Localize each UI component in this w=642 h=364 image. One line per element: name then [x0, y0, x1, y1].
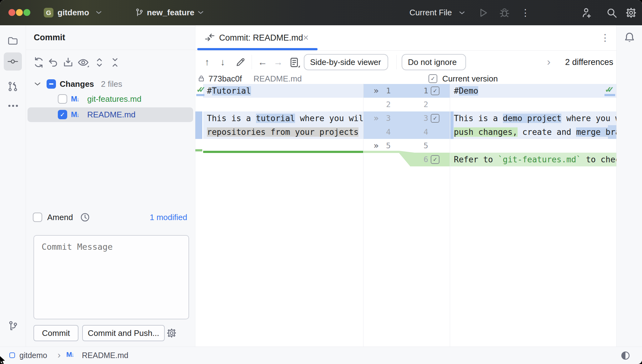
- include-change-checkbox[interactable]: ✓: [431, 86, 439, 95]
- go-forward-arrow-icon[interactable]: →: [273, 51, 283, 74]
- right-tool-strip: [616, 25, 642, 347]
- run-icon[interactable]: [478, 7, 489, 18]
- revision-hash[interactable]: 773bac0f: [208, 74, 242, 84]
- notifications-bell-icon[interactable]: [623, 32, 636, 44]
- markdown-file-icon: M↓: [71, 109, 80, 121]
- left-insertion-line: [203, 151, 363, 153]
- diff-tab-icon: [204, 32, 215, 44]
- status-bar: gitdemo › M↓ README.md: [0, 347, 642, 364]
- next-difference-icon[interactable]: ↓: [220, 51, 225, 74]
- rollback-icon[interactable]: [47, 57, 59, 68]
- commit-options-gear-icon[interactable]: [166, 327, 177, 339]
- ide-window: G gitdemo new_feature Current File ⋮ Com…: [0, 0, 642, 364]
- git-tool-icon[interactable]: [7, 320, 19, 332]
- include-change-checkbox[interactable]: ✓: [431, 114, 439, 123]
- previous-difference-icon[interactable]: ↑: [205, 51, 209, 74]
- minimize-window-button[interactable]: [16, 9, 23, 16]
- amend-checkbox[interactable]: [33, 213, 42, 222]
- tab-commit-readme[interactable]: Commit: README.md: [219, 25, 303, 50]
- differences-chevron-icon[interactable]: ›: [547, 51, 550, 74]
- collapse-all-icon[interactable]: [109, 57, 121, 68]
- commit-tool-icon[interactable]: [7, 56, 18, 67]
- right-code-line-3[interactable]: This is a demo project where you w: [454, 111, 616, 125]
- file-item-git-features[interactable]: git-features.md: [87, 92, 141, 106]
- include-change-checkbox[interactable]: ✓: [431, 155, 439, 164]
- more-tool-windows-icon[interactable]: [6, 100, 21, 111]
- check-mark: ✓: [433, 156, 437, 163]
- right-change-marker-blue: [604, 94, 615, 96]
- current-version-checkbox[interactable]: ✓: [429, 74, 437, 83]
- left-line-number: 3: [377, 111, 391, 125]
- right-line-number: 1: [414, 84, 428, 98]
- right-code-line-6[interactable]: Refer to `git-features.md` to check: [454, 153, 616, 166]
- close-window-button[interactable]: [8, 9, 15, 16]
- chevron-down-icon[interactable]: [198, 10, 204, 15]
- project-selector[interactable]: gitdemo: [58, 0, 89, 25]
- left-gutter-insert-strip: [195, 149, 202, 151]
- chevron-down-icon[interactable]: [459, 11, 465, 15]
- left-code-line-4[interactable]: repositories from your projects: [207, 125, 359, 139]
- indeterminate-mark: [49, 83, 53, 85]
- editor-tab-bar: Commit: README.md × ⋮: [195, 25, 616, 51]
- chevron-down-icon[interactable]: [96, 10, 102, 15]
- modified-files-link[interactable]: 1 modified: [150, 210, 187, 224]
- changes-files-count: 2 files: [101, 77, 122, 91]
- markdown-file-icon: M↓: [66, 351, 75, 359]
- branch-selector[interactable]: new_feature: [147, 0, 194, 25]
- file-checkbox-git-features[interactable]: [58, 94, 67, 104]
- right-gutter-change-strip: [450, 111, 454, 139]
- title-bar: G gitdemo new_feature Current File ⋮: [0, 0, 642, 25]
- whitespace-policy-dropdown[interactable]: Do not ignore: [402, 54, 466, 70]
- edit-source-pencil-icon[interactable]: [235, 57, 246, 68]
- editor-kebab-icon[interactable]: ⋮: [600, 25, 610, 50]
- commit-button[interactable]: Commit: [33, 325, 78, 341]
- project-tool-icon[interactable]: [7, 35, 18, 47]
- markdown-file-icon: M↓: [71, 94, 80, 105]
- debug-icon[interactable]: [499, 7, 510, 18]
- theme-contrast-icon[interactable]: [621, 351, 630, 360]
- mouse-cursor: [0, 355, 8, 364]
- expand-all-icon[interactable]: [93, 57, 105, 68]
- changes-view-options-eye-icon[interactable]: [77, 57, 90, 68]
- search-icon[interactable]: [606, 7, 618, 19]
- settings-gear-icon[interactable]: [625, 7, 637, 19]
- pull-requests-tool-icon[interactable]: [7, 81, 18, 92]
- commit-and-push-button[interactable]: Commit and Push...: [82, 325, 165, 341]
- project-badge: G: [44, 8, 53, 17]
- right-code-line-1[interactable]: #Demo: [454, 84, 478, 98]
- right-line-number: 2: [414, 98, 428, 111]
- right-code-line-4[interactable]: push changes, create and merge branches: [454, 125, 616, 139]
- run-configuration-selector[interactable]: Current File: [409, 0, 452, 25]
- breadcrumb-file[interactable]: README.md: [82, 347, 128, 364]
- changed-files-list-icon[interactable]: [288, 57, 300, 68]
- amend-label[interactable]: Amend: [47, 210, 73, 224]
- check-mark: ✓: [60, 111, 65, 118]
- applied-double-check-icon[interactable]: ✓✓: [605, 85, 610, 94]
- differences-count: 2 differences: [565, 51, 613, 74]
- changes-group-checkbox-indeterminate[interactable]: [47, 79, 56, 89]
- add-user-icon[interactable]: [581, 7, 593, 19]
- left-line-number: 4: [377, 125, 391, 139]
- changes-group-label[interactable]: Changes: [60, 77, 94, 91]
- divider: [26, 50, 195, 50]
- active-tab-indicator: [197, 48, 318, 50]
- left-code-line-1[interactable]: #Tutorial: [207, 84, 251, 98]
- breadcrumb-project[interactable]: gitdemo: [19, 347, 47, 364]
- applied-double-check-icon[interactable]: ✓✓: [196, 85, 201, 94]
- diff-toolbar: ↑ ↓ ← → Side-by-side viewer Do not ignor…: [195, 51, 616, 74]
- left-code-line-3[interactable]: This is a tutorial where you will: [207, 111, 369, 125]
- refresh-icon[interactable]: [33, 57, 45, 68]
- file-item-readme[interactable]: README.md: [87, 107, 136, 122]
- close-tab-icon[interactable]: ×: [303, 25, 309, 50]
- commit-history-clock-icon[interactable]: [80, 212, 90, 223]
- left-change-marker-blue: [196, 94, 204, 96]
- file-checkbox-readme[interactable]: ✓: [58, 110, 67, 119]
- more-actions-kebab-icon[interactable]: ⋮: [521, 0, 530, 25]
- shelve-icon[interactable]: [62, 57, 74, 68]
- go-back-arrow-icon[interactable]: ←: [258, 51, 267, 74]
- tree-expand-chevron-icon[interactable]: [34, 81, 41, 86]
- commit-message-input[interactable]: [33, 235, 189, 319]
- viewer-mode-dropdown[interactable]: Side-by-side viewer: [304, 54, 388, 70]
- zoom-window-button[interactable]: [23, 9, 30, 16]
- lock-icon: [197, 75, 205, 83]
